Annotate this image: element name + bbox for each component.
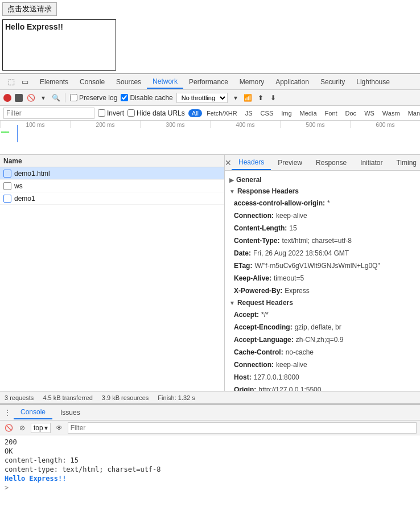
console-line: content-type: text/html; charset=utf-8: [5, 465, 415, 474]
disable-cache-checkbox[interactable]: [121, 94, 128, 101]
hide-data-label[interactable]: Hide data URLs: [127, 109, 185, 117]
filter-icon[interactable]: ▾: [39, 93, 48, 102]
close-icon[interactable]: ✕: [225, 158, 232, 167]
search-icon[interactable]: 🔍: [51, 93, 60, 102]
table-row[interactable]: ws: [0, 180, 224, 192]
general-toggle-icon: ▶: [229, 177, 234, 183]
upload-icon[interactable]: ⬆: [256, 93, 265, 102]
filter-media[interactable]: Media: [297, 109, 320, 117]
general-section-header[interactable]: ▶ General: [225, 174, 420, 186]
bottom-tab-bar: ⋮ Console Issues: [0, 405, 420, 421]
tab-timing[interactable]: Timing: [389, 155, 420, 170]
request-icon-demo1: [3, 195, 11, 203]
tab-console-bottom[interactable]: Console: [14, 406, 52, 419]
tab-response[interactable]: Response: [309, 155, 353, 170]
response-headers-list: access-control-allow-origin: * Connectio…: [225, 197, 420, 297]
console-line: 200: [5, 438, 415, 447]
context-dropdown-icon: ▾: [44, 424, 48, 432]
requests-list: demo1.html ws demo1: [0, 167, 224, 391]
tab-initiator[interactable]: Initiator: [353, 155, 389, 170]
request-name-demo1html: demo1.html: [14, 170, 50, 178]
request-headers-section-header[interactable]: ▼ Request Headers: [225, 297, 420, 308]
download-icon[interactable]: ⬇: [269, 93, 278, 102]
tab-memory[interactable]: Memory: [234, 76, 270, 88]
table-row[interactable]: demo1: [0, 192, 224, 205]
devtools-tab-bar: ⬚ ▭ Elements Console Sources Network Per…: [0, 74, 420, 90]
tab-headers[interactable]: Headers: [232, 155, 271, 170]
console-clear-icon[interactable]: 🚫: [3, 423, 14, 433]
response-headers-section-header[interactable]: ▼ Response Headers: [225, 186, 420, 197]
header-row: Origin: http://127.0.0.1:5500: [225, 384, 420, 391]
timeline-request-line: [17, 125, 18, 142]
header-row: Host: 127.0.0.1:8000: [225, 371, 420, 384]
request-headers-toggle-icon: ▼: [229, 300, 235, 306]
timeline-labels: 100 ms 200 ms 300 ms 400 ms 500 ms 600 m…: [0, 121, 420, 128]
invert-label[interactable]: Invert: [98, 109, 124, 117]
tab-sources[interactable]: Sources: [110, 76, 147, 88]
clear-icon[interactable]: 🚫: [26, 93, 35, 102]
request-name-ws: ws: [14, 182, 23, 190]
status-resources: 3.9 kB resources: [102, 394, 149, 401]
table-row[interactable]: demo1.html: [0, 167, 224, 180]
header-row: Cache-Control: no-cache: [225, 346, 420, 358]
stop-button[interactable]: [15, 94, 23, 102]
header-row: ETag: W/"f-rn5uCv6gV1Wlt9GNJsWmlN+Lg0Q": [225, 259, 420, 272]
network-panels: Name demo1.html ws demo1 ✕: [0, 155, 420, 391]
timeline-green-dots: ══: [1, 129, 9, 135]
throttle-select[interactable]: No throttling: [176, 93, 228, 103]
filter-wasm[interactable]: Wasm: [379, 109, 403, 117]
filter-doc[interactable]: Doc: [342, 109, 360, 117]
tab-security[interactable]: Security: [315, 76, 351, 88]
tab-elements[interactable]: Elements: [34, 76, 74, 88]
record-button[interactable]: [3, 94, 11, 102]
filter-manif[interactable]: Manif: [405, 109, 420, 117]
tab-issues-bottom[interactable]: Issues: [53, 406, 87, 419]
preserve-log-checkbox[interactable]: [70, 94, 77, 101]
console-menu-icon[interactable]: ⋮: [2, 407, 13, 418]
device-icon[interactable]: ▭: [19, 76, 31, 88]
invert-checkbox[interactable]: [98, 109, 105, 117]
filter-input[interactable]: [3, 108, 94, 119]
status-requests: 3 requests: [5, 394, 34, 401]
timeline-100ms: 100 ms: [0, 121, 70, 128]
request-icon-ws: [3, 182, 11, 190]
tab-console[interactable]: Console: [74, 76, 110, 88]
hide-data-checkbox[interactable]: [127, 109, 135, 117]
response-box: Hello Express!!: [2, 19, 116, 71]
inspect-icon[interactable]: ⬚: [6, 76, 17, 88]
status-finish: Finish: 1.32 s: [158, 394, 195, 401]
details-panel: ✕ Headers Preview Response Initiator Tim…: [225, 155, 420, 391]
context-select[interactable]: top ▾: [31, 423, 51, 433]
filter-types: All Fetch/XHR JS CSS Img Media Font Doc …: [188, 109, 420, 117]
tab-preview[interactable]: Preview: [271, 155, 309, 170]
filter-js[interactable]: JS: [242, 109, 256, 117]
header-row: Content-Length: 15: [225, 222, 420, 234]
filter-img[interactable]: Img: [278, 109, 295, 117]
timeline-400ms: 400 ms: [210, 121, 280, 128]
filter-all[interactable]: All: [188, 109, 202, 117]
filter-ws[interactable]: WS: [361, 109, 378, 117]
preserve-log-label[interactable]: Preserve log: [70, 94, 117, 102]
devtools: ⬚ ▭ Elements Console Sources Network Per…: [0, 73, 420, 494]
eye-icon[interactable]: 👁: [54, 423, 64, 433]
header-row: access-control-allow-origin: *: [225, 197, 420, 209]
filter-fetch-xhr[interactable]: Fetch/XHR: [203, 109, 241, 117]
tab-application[interactable]: Application: [270, 76, 315, 88]
filter-font[interactable]: Font: [322, 109, 341, 117]
disable-cache-label[interactable]: Disable cache: [121, 94, 172, 102]
tab-performance[interactable]: Performance: [183, 76, 234, 88]
console-stop-icon[interactable]: ⊘: [17, 423, 27, 433]
header-row: Accept-Language: zh-CN,zh;q=0.9: [225, 333, 420, 346]
header-row: Accept-Encoding: gzip, deflate, br: [225, 321, 420, 333]
console-filter-input[interactable]: [68, 422, 417, 434]
timeline-200ms: 200 ms: [70, 121, 140, 128]
wifi-icon[interactable]: 📶: [244, 93, 253, 102]
throttle-dropdown-icon[interactable]: ▾: [231, 93, 240, 102]
header-row: Date: Fri, 26 Aug 2022 18:56:04 GMT: [225, 247, 420, 259]
bottom-panel: ⋮ Console Issues 🚫 ⊘ top ▾ 👁 200 OK cont…: [0, 403, 420, 494]
tab-lighthouse[interactable]: Lighthouse: [351, 76, 396, 88]
console-prompt[interactable]: >: [5, 483, 415, 492]
tab-network[interactable]: Network: [147, 75, 183, 89]
send-button[interactable]: 点击发送请求: [2, 2, 57, 16]
filter-css[interactable]: CSS: [257, 109, 277, 117]
